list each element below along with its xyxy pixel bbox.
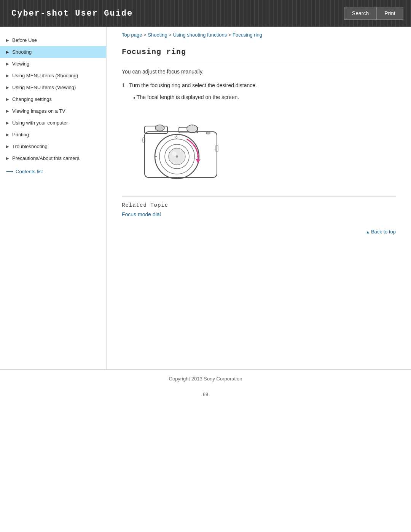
svg-point-10	[172, 152, 177, 156]
related-title: Related Topic	[122, 202, 396, 208]
svg-rect-19	[206, 132, 210, 134]
contents-list-label: Contents list	[16, 169, 43, 174]
sidebar-item-menu-viewing[interactable]: ▶ Using MENU items (Viewing)	[0, 81, 106, 93]
header: Cyber-shot User Guide Search Print	[0, 0, 411, 27]
back-to-top-link[interactable]: Back to top	[366, 229, 396, 235]
step-1: 1 . Turn the focusing ring and select th…	[122, 81, 396, 89]
sidebar-item-label: Printing	[12, 132, 29, 137]
sidebar-item-label: Using MENU items (Shooting)	[12, 73, 78, 78]
sidebar-item-label: Precautions/About this camera	[12, 155, 80, 161]
sidebar-item-before-use[interactable]: ▶ Before Use	[0, 34, 106, 46]
contents-list-link[interactable]: ⟶ Contents list	[0, 164, 106, 179]
breadcrumb: Top page > Shooting > Using shooting fun…	[122, 27, 396, 42]
svg-point-11	[176, 155, 178, 158]
sidebar-item-changing-settings[interactable]: ▶ Changing settings	[0, 93, 106, 105]
search-button[interactable]: Search	[344, 7, 376, 20]
sidebar-item-computer[interactable]: ▶ Using with your computer	[0, 117, 106, 129]
sidebar-item-troubleshooting[interactable]: ▶ Troubleshooting	[0, 141, 106, 152]
sidebar-item-label: Using with your computer	[12, 120, 68, 126]
arrow-icon: ▶	[6, 62, 9, 66]
back-to-top-bar: Back to top	[122, 225, 396, 238]
arrow-icon: ▶	[6, 156, 9, 160]
arrow-icon: ▶	[6, 73, 9, 78]
arrow-icon: ▶	[6, 97, 9, 101]
arrow-icon: ▶	[6, 50, 9, 54]
related-section: Related Topic Focus mode dial	[122, 197, 396, 217]
svg-text:o: o	[175, 135, 178, 139]
arrow-icon: ▶	[6, 85, 9, 89]
sidebar-item-viewing[interactable]: ▶ Viewing	[0, 58, 106, 70]
sidebar-item-menu-shooting[interactable]: ▶ Using MENU items (Shooting)	[0, 70, 106, 81]
arrow-icon: ▶	[6, 133, 9, 137]
copyright-text: Copyright 2013 Sony Corporation	[169, 376, 242, 382]
breadcrumb-sep1: >	[142, 32, 148, 38]
sidebar-item-printing[interactable]: ▶ Printing	[0, 129, 106, 141]
arrow-icon: ▶	[6, 109, 9, 113]
sidebar-item-label: Troubleshooting	[12, 144, 48, 149]
svg-point-4	[187, 125, 198, 133]
camera-image-area: o	[122, 109, 396, 185]
sidebar-item-label: Using MENU items (Viewing)	[12, 85, 76, 90]
sidebar-item-label: Before Use	[12, 37, 37, 43]
sidebar-item-label: Viewing images on a TV	[12, 108, 65, 114]
step-1-text: 1 . Turn the focusing ring and select th…	[122, 82, 257, 88]
main-container: ▶ Before Use ▶ Shooting ▶ Viewing ▶ Usin…	[0, 27, 411, 369]
print-button[interactable]: Print	[376, 7, 403, 20]
bullet-1: The focal length is displayed on the scr…	[133, 93, 396, 101]
arrow-icon: ▶	[6, 144, 9, 149]
camera-illustration: o	[122, 109, 228, 185]
contents-arrow-icon: ⟶	[6, 169, 13, 174]
arrow-icon: ▶	[6, 38, 9, 42]
svg-point-3	[155, 125, 164, 131]
focus-mode-dial-link[interactable]: Focus mode dial	[122, 211, 161, 217]
breadcrumb-shooting[interactable]: Shooting	[148, 32, 167, 38]
site-title: Cyber-shot User Guide	[0, 9, 133, 18]
sidebar-item-label: Viewing	[12, 61, 29, 67]
header-buttons: Search Print	[344, 7, 411, 20]
footer: Copyright 2013 Sony Corporation	[0, 369, 411, 388]
intro-text: You can adjust the focus manually.	[122, 67, 396, 76]
arrow-icon: ▶	[6, 121, 9, 125]
breadcrumb-top[interactable]: Top page	[122, 32, 142, 38]
breadcrumb-sep3: >	[227, 32, 233, 38]
sidebar-item-tv[interactable]: ▶ Viewing images on a TV	[0, 105, 106, 117]
page-number: 69	[0, 388, 411, 401]
breadcrumb-sep2: >	[167, 32, 173, 38]
sidebar-item-shooting[interactable]: ▶ Shooting	[0, 46, 106, 58]
content-area: Top page > Shooting > Using shooting fun…	[107, 27, 411, 369]
sidebar: ▶ Before Use ▶ Shooting ▶ Viewing ▶ Usin…	[0, 27, 107, 369]
page-title: Focusing ring	[122, 42, 396, 61]
breadcrumb-current[interactable]: Focusing ring	[233, 32, 262, 38]
sidebar-item-label: Shooting	[12, 49, 32, 55]
breadcrumb-using-functions[interactable]: Using shooting functions	[173, 32, 227, 38]
sidebar-item-label: Changing settings	[12, 96, 52, 102]
sidebar-item-precautions[interactable]: ▶ Precautions/About this camera	[0, 152, 106, 164]
